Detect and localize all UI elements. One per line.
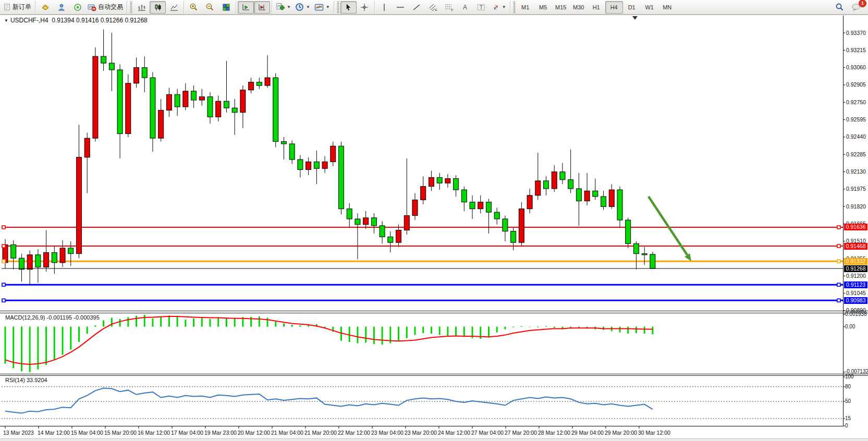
macd-hist-bar [45, 327, 47, 365]
timeframe-button-H1[interactable]: H1 [588, 1, 605, 14]
candle-body [535, 181, 541, 195]
candle-body [568, 180, 573, 189]
anchor-marker[interactable] [2, 226, 5, 229]
indicators-button[interactable]: ▼ [274, 1, 293, 14]
search-button[interactable] [832, 1, 848, 14]
line-chart-mode-button[interactable] [166, 1, 182, 14]
dropdown-arrow-icon: ▼ [287, 5, 291, 9]
templates-icon [314, 3, 324, 11]
new-order-button[interactable]: 新订单 [1, 1, 33, 14]
timeframe-button-MN[interactable]: MN [658, 1, 676, 14]
toolbar-separator [272, 1, 272, 14]
timeframe-button-W1[interactable]: W1 [641, 1, 658, 14]
candle-body [503, 219, 508, 231]
chart-plot-area[interactable] [0, 0, 868, 441]
tile-windows-button[interactable] [218, 1, 234, 14]
timeframe-button-M1[interactable]: M1 [517, 1, 534, 14]
macd-hist-bar [29, 327, 31, 372]
candle-body [560, 172, 565, 180]
macd-hist-bar [357, 327, 358, 344]
anchor-marker[interactable] [837, 226, 840, 229]
anchor-marker[interactable] [2, 244, 5, 248]
svg-text:A: A [463, 4, 467, 11]
macd-hist-bar [521, 326, 522, 326]
macd-hist-bar [512, 327, 514, 327]
chart-shift-button[interactable] [254, 1, 270, 14]
candlestick-mode-button[interactable] [150, 1, 166, 14]
anchor-marker[interactable] [2, 299, 5, 302]
timeframe-button-M15[interactable]: M15 [552, 1, 570, 14]
macd-hist-bar [54, 327, 55, 360]
macd-hist-bar [168, 315, 170, 326]
trading-terminal-window: 新订单 自动交易 ▼ ▼ ▼ E F A [0, 0, 868, 441]
candle-body [650, 254, 655, 268]
macd-hist-bar [37, 327, 39, 370]
templates-button[interactable]: ▼ [312, 1, 332, 14]
vertical-line-tool-button[interactable] [376, 1, 393, 14]
hlines-layer [2, 227, 843, 300]
zoom-out-icon [205, 3, 214, 11]
anchor-marker[interactable] [837, 244, 840, 248]
channel-tool-button[interactable]: E [425, 1, 441, 14]
bar-chart-mode-button[interactable] [133, 1, 150, 14]
chart-shift-marker[interactable] [632, 16, 638, 20]
candle-body [437, 177, 442, 183]
anchor-marker[interactable] [837, 260, 840, 263]
candle-body [11, 244, 16, 258]
toolbar-separator [127, 1, 127, 14]
horizontal-line-tool-button[interactable] [393, 1, 409, 14]
zoom-out-button[interactable] [202, 1, 218, 14]
macd-hist-bar [226, 318, 227, 327]
autotrade-button[interactable]: 自动交易 [85, 1, 125, 14]
trend-arrow[interactable] [649, 197, 691, 261]
toolbar-drag-handle[interactable] [513, 2, 516, 13]
cursor-button[interactable] [340, 1, 357, 14]
toolbar-separator [236, 1, 236, 14]
cursor-arrow-icon [345, 3, 352, 11]
candle-body [199, 97, 204, 100]
candle-body [306, 162, 311, 169]
candle-body [380, 226, 385, 237]
macd-hist-bar [78, 327, 80, 342]
text-tool-button[interactable]: A [457, 1, 473, 14]
anchor-marker[interactable] [2, 283, 5, 286]
macd-hist-bar [144, 315, 145, 327]
macd-hist-bar [283, 324, 285, 327]
timeframe-button-M5[interactable]: M5 [534, 1, 552, 14]
global-variables-button[interactable] [53, 1, 69, 14]
candle-body [470, 202, 475, 209]
periods-button[interactable]: ▼ [293, 1, 312, 14]
crosshair-icon [360, 3, 369, 11]
zoom-in-button[interactable] [186, 1, 202, 14]
candle-body [421, 187, 426, 200]
crosshair-button[interactable] [357, 1, 373, 14]
toolbar-separator [184, 1, 184, 14]
timeframe-button-D1[interactable]: D1 [623, 1, 641, 14]
tile-windows-icon [222, 3, 230, 11]
trendline-tool-button[interactable] [409, 1, 425, 14]
notifications-button[interactable]: 1 [848, 1, 864, 14]
auto-scroll-button[interactable] [238, 1, 254, 14]
arrow-objects-icon [492, 3, 500, 11]
candle-body [371, 218, 376, 226]
candle-body [617, 190, 622, 220]
toolbar-drag-handle[interactable] [337, 2, 339, 13]
anchor-marker[interactable] [837, 299, 840, 302]
fibonacci-icon: F [445, 3, 454, 11]
timeframe-button-M30[interactable]: M30 [570, 1, 588, 14]
timeframe-button-H4[interactable]: H4 [605, 1, 623, 14]
macd-hist-bar [627, 327, 629, 334]
text-label-tool-button[interactable]: T [473, 1, 490, 14]
fibonacci-tool-button[interactable]: F [441, 1, 457, 14]
toolbar-drag-handle[interactable] [130, 2, 132, 13]
candle-body [191, 91, 197, 100]
search-icon [835, 3, 844, 11]
yellow-book-icon [41, 3, 50, 11]
history-center-button[interactable] [37, 1, 53, 14]
arrows-tool-button[interactable]: ▼ [490, 1, 508, 14]
signals-button[interactable] [69, 1, 85, 14]
candle-body [19, 258, 24, 270]
anchor-marker[interactable] [837, 283, 840, 286]
anchor-marker[interactable] [2, 260, 5, 263]
line-anchor-markers [2, 226, 840, 302]
